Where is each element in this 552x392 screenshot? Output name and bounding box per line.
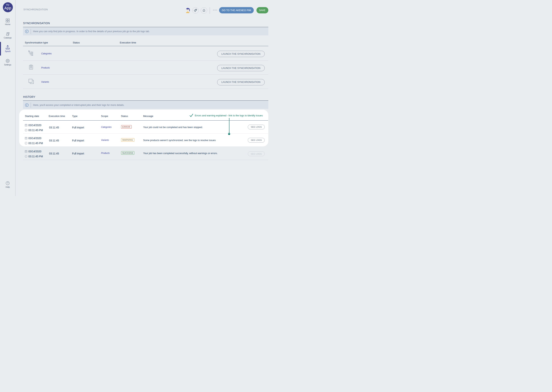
svg-text:i: i xyxy=(26,30,27,33)
svg-text:i: i xyxy=(26,104,27,106)
